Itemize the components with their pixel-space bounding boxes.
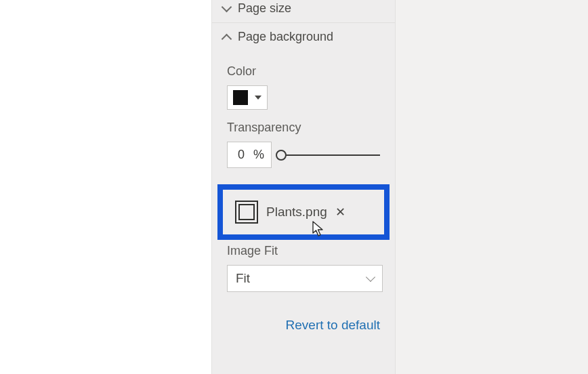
- chevron-down-icon: [366, 272, 375, 282]
- image-fit-value: Fit: [236, 271, 250, 286]
- transparency-slider[interactable]: [281, 148, 380, 162]
- slider-track: [281, 154, 380, 156]
- background-image-chip[interactable]: Plants.png ✕: [217, 184, 390, 240]
- color-swatch: [233, 90, 248, 105]
- revert-to-default-link[interactable]: Revert to default: [212, 299, 395, 333]
- transparency-control: %: [227, 142, 380, 168]
- image-fit-select[interactable]: Fit: [227, 265, 383, 292]
- remove-image-button[interactable]: ✕: [333, 205, 348, 220]
- section-header-page-background[interactable]: Page background: [212, 22, 395, 51]
- right-gutter: [396, 0, 588, 374]
- slider-thumb[interactable]: [276, 150, 287, 161]
- color-label: Color: [227, 64, 380, 79]
- image-icon: [235, 201, 258, 224]
- section-header-page-size[interactable]: Page size: [212, 0, 395, 22]
- image-file-name: Plants.png: [266, 205, 327, 220]
- image-fit-label: Image Fit: [227, 244, 380, 258]
- percent-unit: %: [253, 148, 264, 162]
- chevron-down-icon: [222, 4, 231, 14]
- canvas-area: [0, 0, 211, 374]
- caret-down-icon: [255, 96, 261, 100]
- format-panel: Page size Page background Color Transpar…: [211, 0, 396, 374]
- transparency-input[interactable]: [234, 148, 248, 162]
- section-title: Page background: [238, 30, 333, 44]
- section-body-page-background: Color Transparency % Plants.png ✕: [212, 51, 395, 299]
- cursor-icon: [312, 221, 324, 237]
- section-title: Page size: [238, 1, 291, 16]
- chevron-up-icon: [222, 33, 231, 42]
- transparency-label: Transparency: [227, 121, 380, 135]
- transparency-input-box[interactable]: %: [227, 142, 272, 168]
- color-picker[interactable]: [227, 85, 268, 110]
